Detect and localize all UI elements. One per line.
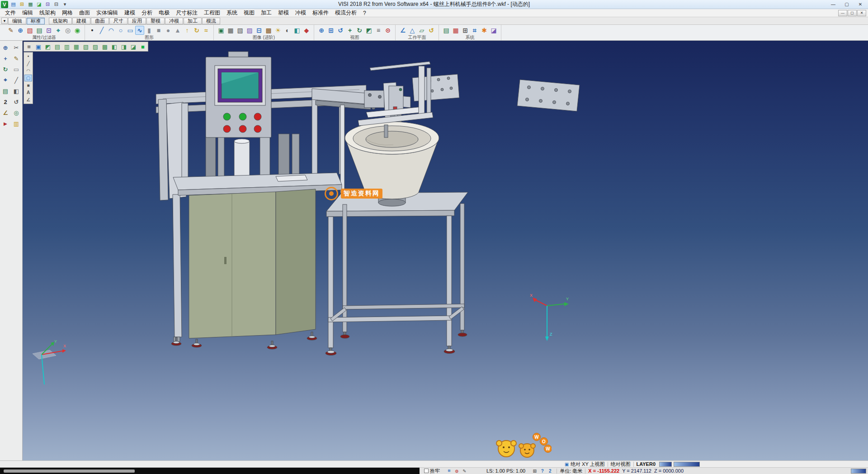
module-tab[interactable]: 建模 xyxy=(72,18,90,24)
workplane-reset-icon[interactable]: ↺ xyxy=(427,26,436,35)
tab-dropdown-icon[interactable]: ▼ xyxy=(1,18,8,24)
menu-item[interactable]: 塑模 xyxy=(275,9,292,17)
sweep-icon[interactable]: ≈ xyxy=(202,26,211,35)
rotate-canvas-icon[interactable]: ↻ xyxy=(0,65,10,74)
visi-logo-icon[interactable]: V xyxy=(1,1,8,8)
probe-icon[interactable]: ⌖ xyxy=(0,76,10,85)
point-icon[interactable]: • xyxy=(88,26,97,35)
shadow-icon[interactable]: ◐ xyxy=(283,26,292,35)
filter-faces-icon[interactable]: ▢ xyxy=(24,75,32,81)
measure-angle-icon[interactable]: ∠ xyxy=(0,108,10,117)
hidden-line-icon[interactable]: ▧ xyxy=(236,26,245,35)
undo-history-icon[interactable]: ↺ xyxy=(11,97,21,106)
cube-dimetric-view-icon[interactable]: ◧ xyxy=(110,43,119,51)
pick-place-assembly[interactable] xyxy=(312,62,459,122)
help-icon[interactable]: ? xyxy=(538,468,546,474)
minimize-button[interactable]: — xyxy=(826,0,840,9)
menu-item[interactable]: 工程图 xyxy=(201,9,223,17)
viewport-layout-icon[interactable]: ▣ xyxy=(34,43,43,51)
menu-item[interactable]: 网格 xyxy=(59,9,76,17)
keyboard-icon[interactable]: ⊞ xyxy=(531,468,538,474)
menu-item[interactable]: 标准件 xyxy=(309,9,332,17)
module-tab[interactable]: 模流 xyxy=(202,18,220,24)
capture-icon[interactable]: ⊡ xyxy=(44,1,52,8)
cube-right-view-icon[interactable]: ▦ xyxy=(72,43,81,51)
lock-checkbox[interactable] xyxy=(424,469,429,473)
layer-color-swatch[interactable] xyxy=(659,462,672,467)
circle-icon[interactable]: ○ xyxy=(116,26,125,35)
taskbar-sliver[interactable] xyxy=(0,468,420,474)
layer-manager-icon[interactable]: ▤ xyxy=(442,26,451,35)
workplane-3points-icon[interactable]: △ xyxy=(408,26,417,35)
notebook-icon[interactable]: ▤ xyxy=(0,86,10,95)
menu-item[interactable]: 编辑 xyxy=(19,9,36,17)
current-layer-label[interactable]: LAYER0 xyxy=(637,461,656,467)
erase-icon[interactable]: ▭ xyxy=(11,65,21,74)
zoom-window-icon[interactable]: ⊞ xyxy=(326,26,335,35)
new-file-icon[interactable]: ▤ xyxy=(9,1,17,8)
osnap-icon[interactable]: ⊙ xyxy=(453,468,461,474)
color-table-icon[interactable]: ▦ xyxy=(451,26,460,35)
filter-solids-icon[interactable]: ■ xyxy=(24,82,32,89)
two-point-icon[interactable]: 2 xyxy=(0,97,10,106)
high-quality-render-icon[interactable]: ◆ xyxy=(302,26,311,35)
module-tab[interactable]: 应用 xyxy=(128,18,146,24)
save-file-icon[interactable]: ▦ xyxy=(27,1,34,8)
absolute-xy-view-label[interactable]: 绝对 XY 上视图 xyxy=(571,461,605,468)
doc-restore-button[interactable]: ▢ xyxy=(848,10,857,16)
transparency-icon[interactable]: ▨ xyxy=(245,26,254,35)
pan-view-icon[interactable]: + xyxy=(345,26,354,35)
cube-left-view-icon[interactable]: ▧ xyxy=(81,43,90,51)
module-tab[interactable]: 冲模 xyxy=(165,18,183,24)
cone-icon[interactable]: ▲ xyxy=(173,26,182,35)
input-lang-icon[interactable]: 2 xyxy=(546,468,554,474)
shaded-render-icon[interactable]: ▣ xyxy=(217,26,226,35)
cut-entities-icon[interactable]: ✂ xyxy=(11,43,21,52)
hide-entities-icon[interactable]: ◎ xyxy=(63,26,72,35)
menu-item[interactable]: 曲面 xyxy=(76,9,93,17)
filter-points-icon[interactable]: • xyxy=(24,53,32,60)
coordinate-color-swatch[interactable] xyxy=(851,469,866,474)
texture-icon[interactable]: ▩ xyxy=(264,26,273,35)
menu-item[interactable]: 文件 xyxy=(2,9,19,17)
system-options-icon[interactable]: ✱ xyxy=(480,26,489,35)
extrude-icon[interactable]: ↑ xyxy=(183,26,192,35)
sphere-icon[interactable]: ● xyxy=(164,26,173,35)
taskbar-segment[interactable] xyxy=(4,469,135,473)
module-tab[interactable]: 曲面 xyxy=(91,18,109,24)
rectangle-icon[interactable]: ▭ xyxy=(126,26,135,35)
cad-model[interactable] xyxy=(23,41,868,460)
doc-close-button[interactable]: ✕ xyxy=(857,10,866,16)
menu-item[interactable]: 冲模 xyxy=(292,9,309,17)
cube-top-view-icon[interactable]: ▤ xyxy=(53,43,62,51)
folder-icon[interactable]: ▥ xyxy=(11,119,21,128)
view-menu-icon[interactable]: ≡ xyxy=(24,43,33,51)
lighting-icon[interactable]: ☀ xyxy=(274,26,283,35)
module-tab[interactable]: 尺寸 xyxy=(109,18,127,24)
menu-item[interactable]: 建模 xyxy=(121,9,138,17)
match-properties-icon[interactable]: ⊕ xyxy=(16,26,25,35)
menu-item[interactable]: 模流分析 xyxy=(332,9,360,17)
open-file-icon[interactable]: ⊞ xyxy=(18,1,26,8)
iso-view-icon[interactable]: ◩ xyxy=(364,26,373,35)
module-tab[interactable]: 线架构 xyxy=(49,18,72,24)
background-icon[interactable]: ◧ xyxy=(292,26,302,35)
workplane-on-face-icon[interactable]: ▱ xyxy=(417,26,426,35)
zoom-all-icon[interactable]: ⊕ xyxy=(317,26,326,35)
block-icon[interactable]: ■ xyxy=(154,26,163,35)
properties-brush-icon[interactable]: ✎ xyxy=(6,26,15,35)
menu-item[interactable]: 分析 xyxy=(138,9,156,17)
calculator-icon[interactable]: ⊞ xyxy=(461,26,470,35)
filter-lines-icon[interactable]: ╱ xyxy=(24,60,32,67)
cube-back-view-icon[interactable]: ▨ xyxy=(91,43,100,51)
filter-text-icon[interactable]: A xyxy=(24,89,32,96)
filter-arcs-icon[interactable]: ◠ xyxy=(24,67,32,74)
print-icon[interactable]: ⊟ xyxy=(52,1,60,8)
color-filter-icon[interactable]: ▧ xyxy=(25,26,34,35)
toolbar-options-icon[interactable]: ▾ xyxy=(61,1,69,8)
rotate-view-icon[interactable]: ↻ xyxy=(355,26,364,35)
grid-settings-icon[interactable]: ⌗ xyxy=(470,26,479,35)
spare-plate[interactable] xyxy=(517,80,580,111)
layer-filter-icon[interactable]: ▤ xyxy=(35,26,44,35)
cube-iso-view-icon[interactable]: ◩ xyxy=(43,43,52,51)
